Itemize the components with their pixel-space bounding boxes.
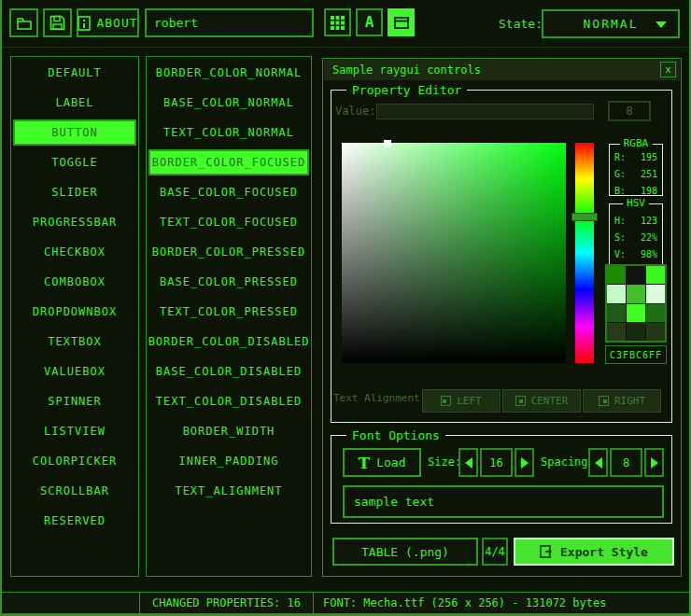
rgba-group: RGBA R:195 G:251 B:198 bbox=[609, 144, 663, 196]
controls-item-textbox[interactable]: TEXTBOX bbox=[13, 329, 136, 355]
controls-item-listview[interactable]: LISTVIEW bbox=[13, 418, 136, 444]
spacing-value-box[interactable]: 8 bbox=[610, 448, 642, 477]
controls-item-button[interactable]: BUTTON bbox=[13, 119, 136, 146]
style-swatch-3[interactable] bbox=[607, 285, 626, 302]
property-item-base_color_focused[interactable]: BASE_COLOR_FOCUSED bbox=[148, 179, 309, 205]
export-format-dropdown[interactable]: TABLE (.png) bbox=[332, 538, 478, 566]
arrow-left-icon bbox=[465, 457, 472, 469]
changed-properties-label: CHANGED PROPERTIES: 16 bbox=[152, 596, 301, 609]
pages-value-box[interactable]: 4/4 bbox=[482, 538, 508, 566]
font-options-group-label: Font Options bbox=[346, 428, 445, 442]
color-picker-panel[interactable] bbox=[342, 143, 566, 363]
align-right-icon bbox=[599, 396, 609, 406]
value-slider[interactable] bbox=[376, 104, 594, 119]
style-swatch-4[interactable] bbox=[627, 285, 645, 302]
style-swatch-1[interactable] bbox=[627, 266, 645, 284]
style-table-view-button[interactable] bbox=[324, 8, 351, 36]
s-value: 22% bbox=[641, 232, 657, 243]
export-style-button[interactable]: Export Style bbox=[514, 538, 674, 566]
export-style-label: Export Style bbox=[560, 545, 648, 559]
property-item-text_color_pressed[interactable]: TEXT_COLOR_PRESSED bbox=[148, 299, 309, 325]
style-swatch-0[interactable] bbox=[607, 266, 626, 284]
about-label: ABOUT bbox=[96, 16, 137, 30]
controls-item-checkbox[interactable]: CHECKBOX bbox=[13, 239, 136, 265]
spacing-decrease-button[interactable] bbox=[588, 448, 608, 477]
text-alignment-label: Text Alignment: bbox=[333, 392, 422, 404]
about-button[interactable]: ABOUT bbox=[77, 8, 139, 37]
controls-item-label[interactable]: LABEL bbox=[13, 90, 136, 116]
style-swatch-8[interactable] bbox=[646, 304, 665, 322]
export-icon bbox=[540, 545, 553, 558]
font-load-button[interactable]: T Load bbox=[343, 448, 421, 477]
controls-item-toggle[interactable]: TOGGLE bbox=[13, 149, 136, 175]
font-load-label: Load bbox=[376, 455, 405, 469]
property-item-border_color_focused[interactable]: BORDER_COLOR_FOCUSED bbox=[148, 149, 309, 175]
statusbar-left-cell bbox=[0, 592, 140, 614]
align-right-button[interactable]: RIGHT bbox=[583, 389, 661, 413]
controls-item-reserved[interactable]: RESERVED bbox=[13, 508, 136, 534]
property-item-border_color_normal[interactable]: BORDER_COLOR_NORMAL bbox=[148, 60, 309, 86]
hue-slider-handle[interactable] bbox=[571, 213, 598, 221]
align-right-label: RIGHT bbox=[614, 395, 645, 407]
r-label: R: bbox=[614, 152, 626, 162]
floppy-disk-icon bbox=[49, 15, 65, 31]
property-item-border_color_disabled[interactable]: BORDER_COLOR_DISABLED bbox=[148, 329, 309, 355]
close-icon[interactable]: x bbox=[660, 62, 676, 77]
hue-bar[interactable] bbox=[575, 143, 594, 363]
style-name-input[interactable] bbox=[145, 8, 314, 37]
style-swatch-11[interactable] bbox=[646, 323, 665, 341]
property-item-text_alignment[interactable]: TEXT_ALIGNMENT bbox=[148, 478, 309, 504]
align-left-label: LEFT bbox=[457, 395, 482, 407]
style-swatch-10[interactable] bbox=[627, 323, 645, 341]
controls-item-dropdownbox[interactable]: DROPDOWNBOX bbox=[13, 299, 136, 325]
property-item-text_color_disabled[interactable]: TEXT_COLOR_DISABLED bbox=[148, 388, 309, 414]
controls-item-scrollbar[interactable]: SCROLLBAR bbox=[13, 478, 136, 504]
window-icon bbox=[394, 17, 409, 29]
save-style-button[interactable] bbox=[43, 8, 72, 37]
controls-item-progressbar[interactable]: PROGRESSBAR bbox=[13, 209, 136, 235]
style-swatch-2[interactable] bbox=[646, 266, 665, 284]
window-titlebar[interactable]: Sample raygui controls bbox=[324, 60, 680, 80]
value-box[interactable]: 8 bbox=[608, 101, 651, 121]
controls-view-button[interactable] bbox=[388, 8, 415, 36]
controls-item-combobox[interactable]: COMBOBOX bbox=[13, 269, 136, 295]
h-label: H: bbox=[614, 216, 626, 226]
controls-item-default[interactable]: DEFAULT bbox=[13, 60, 136, 86]
statusbar-changed-properties: CHANGED PROPERTIES: 16 bbox=[139, 592, 314, 614]
property-item-border_width[interactable]: BORDER_WIDTH bbox=[148, 418, 309, 444]
window-title: Sample raygui controls bbox=[332, 63, 481, 77]
state-dropdown[interactable]: NORMAL bbox=[542, 9, 680, 38]
color-picker-cursor[interactable] bbox=[384, 140, 391, 147]
style-color-swatches bbox=[605, 264, 667, 343]
property-item-text_color_focused[interactable]: TEXT_COLOR_FOCUSED bbox=[148, 209, 309, 235]
size-decrease-button[interactable] bbox=[458, 448, 478, 477]
property-item-base_color_normal[interactable]: BASE_COLOR_NORMAL bbox=[148, 90, 309, 116]
controls-item-spinner[interactable]: SPINNER bbox=[13, 388, 136, 414]
statusbar-font-info: FONT: Mecha.ttf (256 x 256) - 131072 byt… bbox=[313, 592, 691, 614]
property-item-base_color_disabled[interactable]: BASE_COLOR_DISABLED bbox=[148, 358, 309, 385]
style-swatch-6[interactable] bbox=[607, 304, 626, 322]
property-item-text_color_normal[interactable]: TEXT_COLOR_NORMAL bbox=[148, 119, 309, 146]
v-label: V: bbox=[614, 249, 626, 259]
align-left-button[interactable]: LEFT bbox=[422, 389, 501, 413]
controls-item-slider[interactable]: SLIDER bbox=[13, 179, 136, 205]
controls-item-valuebox[interactable]: VALUEBOX bbox=[13, 358, 136, 385]
sample-controls-window: Sample raygui controls x Property Editor… bbox=[322, 58, 682, 577]
r-value: 195 bbox=[641, 152, 657, 162]
align-center-button[interactable]: CENTER bbox=[502, 389, 581, 413]
size-value-box[interactable]: 16 bbox=[480, 448, 513, 477]
size-increase-button[interactable] bbox=[515, 448, 534, 477]
property-item-base_color_pressed[interactable]: BASE_COLOR_PRESSED bbox=[148, 269, 309, 295]
style-swatch-7[interactable] bbox=[627, 304, 645, 322]
sample-text-box[interactable]: sample text bbox=[343, 485, 664, 518]
hex-color-field[interactable]: C3FBC6FF bbox=[605, 345, 667, 364]
spacing-increase-button[interactable] bbox=[644, 448, 664, 477]
property-item-border_color_pressed[interactable]: BORDER_COLOR_PRESSED bbox=[148, 239, 309, 265]
controls-item-colorpicker[interactable]: COLORPICKER bbox=[13, 448, 136, 474]
font-view-button[interactable]: A bbox=[356, 8, 383, 36]
style-swatch-5[interactable] bbox=[646, 285, 665, 302]
property-item-inner_padding[interactable]: INNER_PADDING bbox=[148, 448, 309, 474]
style-swatch-9[interactable] bbox=[607, 323, 626, 341]
align-center-label: CENTER bbox=[531, 395, 569, 407]
open-style-button[interactable] bbox=[9, 8, 38, 37]
